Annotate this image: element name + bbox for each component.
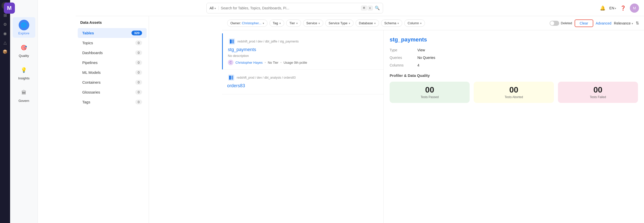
tests-aborted-card: 00 Tests Aborted [474, 82, 554, 103]
notification-bell-icon[interactable]: 🔔 [600, 5, 605, 11]
asset-item-topics[interactable]: Topics 0 [78, 38, 147, 48]
profiler-title: Profiler & Data Quality [390, 73, 638, 78]
svg-rect-3 [230, 39, 232, 43]
pipelines-label: Pipelines [82, 60, 98, 65]
tests-grid: 00 Tests Passed 00 Tests Aborted 00 Test… [390, 82, 638, 103]
ml-models-label: ML Models [82, 70, 101, 75]
owner-filter-label: Owner: Christopher... [230, 21, 261, 25]
asset-item-tables[interactable]: Tables 320 [78, 28, 147, 38]
results-area: redshift_prod / dev / dbt_jaffle / stg_p… [222, 30, 644, 223]
tags-count: 0 [135, 100, 142, 104]
database-filter-label: Database [359, 21, 373, 25]
app-logo: M [4, 3, 15, 14]
tables-label: Tables [82, 31, 94, 35]
search-input[interactable] [221, 6, 359, 10]
advanced-button[interactable]: Advanced [596, 21, 611, 25]
relevance-sort[interactable]: Relevance [614, 21, 633, 25]
tests-aborted-number: 00 [509, 86, 518, 94]
sidebar-item-govern[interactable]: 🏛 Govern [13, 85, 35, 105]
svg-rect-7 [231, 76, 233, 80]
tests-failed-number: 00 [594, 86, 603, 94]
asset-item-pipelines[interactable]: Pipelines 0 [78, 58, 147, 68]
result-card-orders83[interactable]: redshift_prod / dev / dbt_analysis / ord… [222, 70, 383, 94]
tier-filter-chevron [296, 21, 298, 25]
data-assets-title: Data Assets [76, 20, 149, 28]
tier-filter[interactable]: Tier [286, 19, 301, 27]
service-filter[interactable]: Service [303, 19, 323, 27]
service-type-filter-chevron [349, 21, 350, 25]
detail-type-row: Type View [390, 48, 638, 52]
sidebar-item-insights[interactable]: 💡 Insights [13, 62, 35, 83]
user-avatar[interactable]: M [630, 4, 639, 13]
containers-label: Containers [82, 80, 101, 84]
clear-button[interactable]: Clear [575, 19, 593, 27]
glossaries-label: Glossaries [82, 90, 100, 94]
columns-label: Columns [390, 63, 417, 67]
sidebar-item-govern-label: Govern [18, 99, 29, 103]
database-filter[interactable]: Database [356, 19, 379, 27]
column-filter-chevron [420, 21, 422, 25]
help-icon[interactable]: ❓ [620, 5, 626, 11]
owner-filter-chevron [263, 21, 264, 25]
stg-payments-usage: Usage 0th pctile [284, 61, 307, 64]
relevance-chevron [632, 21, 633, 25]
results-list: redshift_prod / dev / dbt_jaffle / stg_p… [222, 30, 384, 223]
detail-columns-row: Columns 4 [390, 63, 638, 67]
tests-passed-card: 00 Tests Passed [390, 82, 470, 103]
asset-item-glossaries[interactable]: Glossaries 0 [78, 87, 147, 97]
search-bar: All ⌘ K 🔍 [206, 3, 383, 13]
k-key: K [368, 6, 372, 10]
rail-icon-3[interactable]: ◉ [1, 29, 9, 37]
columns-value: 4 [417, 63, 419, 67]
tags-label: Tags [82, 100, 90, 104]
relevance-label: Relevance [614, 21, 631, 25]
svg-rect-4 [232, 39, 234, 43]
govern-icon: 🏛 [19, 87, 29, 98]
asset-item-dashboards[interactable]: Dashboards 0 [78, 48, 147, 58]
left-sidebar: M 🌐 Explore 🎯 Quality 💡 Insights 🏛 Gover… [10, 0, 38, 223]
tier-filter-label: Tier [289, 21, 295, 25]
column-filter-label: Column [408, 21, 419, 25]
language-selector[interactable]: EN [609, 6, 616, 10]
schema-filter[interactable]: Schema [381, 19, 402, 27]
sort-icon[interactable]: ⇅ [636, 21, 639, 26]
asset-item-tags[interactable]: Tags 0 [78, 97, 147, 107]
detail-queries-row: Queries No Queries [390, 56, 638, 60]
search-all-dropdown[interactable]: All [210, 6, 219, 10]
service-filter-label: Service [306, 21, 317, 25]
orders83-db-icon [227, 74, 235, 82]
explore-icon: 🌐 [19, 20, 29, 30]
language-label: EN [609, 6, 614, 10]
rail-icon-4[interactable]: △ [1, 38, 9, 47]
tests-passed-label: Tests Passed [421, 95, 439, 99]
filter-bar: Owner: Christopher... Tag Tier Service [222, 16, 644, 30]
svg-rect-6 [229, 76, 231, 80]
sidebar-item-quality[interactable]: 🎯 Quality [13, 40, 35, 60]
containers-count: 0 [135, 80, 142, 85]
search-kbd-hint: ⌘ K [361, 6, 372, 10]
type-label: Type [390, 48, 417, 52]
sidebar-item-explore[interactable]: 🌐 Explore [13, 17, 35, 38]
asset-item-containers[interactable]: Containers 0 [78, 77, 147, 87]
rail-icon-2[interactable]: ⚙ [1, 20, 9, 28]
asset-item-ml-models[interactable]: ML Models 0 [78, 68, 147, 77]
data-assets-panel: Data Assets Tables 320 Topics 0 Dashboar… [76, 16, 149, 223]
result-card-stg-payments[interactable]: redshift_prod / dev / dbt_jaffle / stg_p… [222, 33, 383, 70]
search-all-label: All [210, 6, 214, 10]
svg-rect-2 [229, 38, 235, 44]
tag-filter[interactable]: Tag [270, 19, 284, 27]
topics-count: 0 [135, 40, 142, 45]
quality-icon: 🎯 [19, 42, 29, 53]
service-type-filter[interactable]: Service Type [325, 19, 354, 27]
deleted-toggle[interactable]: Deleted [550, 21, 572, 26]
search-icon[interactable]: 🔍 [375, 6, 380, 10]
rail-icon-5[interactable]: 📦 [1, 48, 9, 56]
stg-payments-db-icon [228, 37, 236, 46]
column-filter[interactable]: Column [404, 19, 425, 27]
owner-filter[interactable]: Owner: Christopher... [227, 19, 267, 27]
glossaries-count: 0 [135, 90, 142, 95]
deleted-toggle-switch[interactable] [550, 21, 559, 26]
stg-payments-tier: No Tier [268, 61, 278, 64]
detail-panel: stg_payments Type View Queries No Querie… [384, 30, 644, 223]
stg-payments-owner: Christopher Hayes [235, 61, 263, 64]
